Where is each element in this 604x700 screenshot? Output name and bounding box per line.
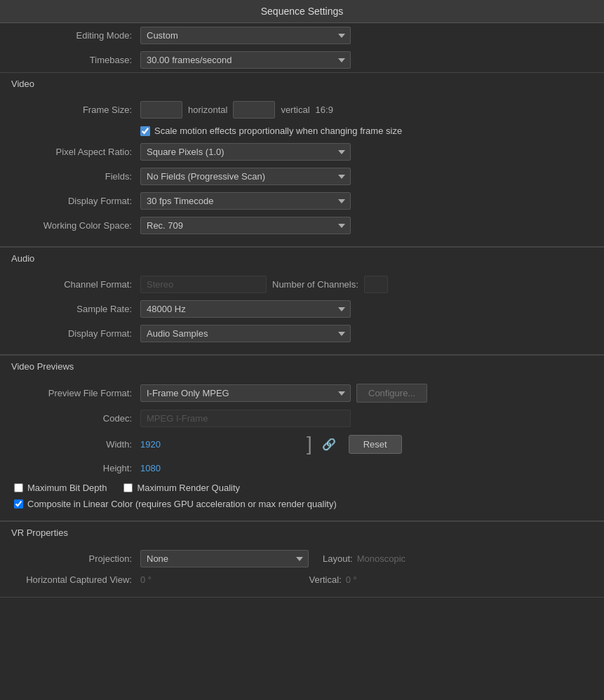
audio-section-body: Channel Format: Stereo Number of Channel… <box>0 267 604 355</box>
preview-height-control: 1080 <box>140 463 590 473</box>
pixel-aspect-ratio-control: Square Pixels (1.0) <box>140 143 590 161</box>
preview-file-format-label: Preview File Format: <box>14 388 140 398</box>
working-color-space-select[interactable]: Rec. 709 <box>140 217 351 234</box>
vertical-label: vertical <box>281 105 309 115</box>
codec-row: Codec: MPEG I-Frame <box>0 406 604 431</box>
preview-file-format-select[interactable]: I-Frame Only MPEG <box>140 384 351 402</box>
preview-height-value: 1080 <box>140 463 161 473</box>
title-text: Sequence Settings <box>261 6 344 17</box>
projection-row: Projection: None Layout: Monoscopic <box>0 546 604 571</box>
frame-height-input[interactable]: 1080 <box>233 101 275 119</box>
max-bit-depth-wrapper: Maximum Bit Depth <box>14 483 107 493</box>
frame-size-row: Frame Size: 1920 horizontal 1080 vertica… <box>0 97 604 122</box>
composite-linear-row: Composite in Linear Color (requires GPU … <box>0 496 604 512</box>
frame-width-input[interactable]: 1920 <box>140 101 182 119</box>
editing-mode-select[interactable]: Custom <box>140 27 351 44</box>
preview-width-label: Width: <box>14 439 140 450</box>
codec-label: Codec: <box>14 413 140 424</box>
audio-display-format-select[interactable]: Audio Samples <box>140 325 351 342</box>
vertical-label: Vertical: <box>309 574 342 585</box>
projection-label: Projection: <box>14 553 140 564</box>
fields-select[interactable]: No Fields (Progressive Scan) <box>140 168 351 185</box>
horizontal-captured-view-value: 0 ° <box>140 574 152 585</box>
link-icon: 🔗 <box>322 438 336 451</box>
preview-width-row: Width: 1920 ] 🔗 Reset <box>0 431 604 457</box>
bracket-icon: ] <box>307 434 312 454</box>
layout-value: Monoscopic <box>357 553 405 564</box>
preview-height-label: Height: <box>14 463 140 473</box>
fields-label: Fields: <box>14 171 140 182</box>
timebase-control: 30.00 frames/second <box>140 51 590 69</box>
scale-checkbox[interactable] <box>140 126 150 136</box>
channel-format-label: Channel Format: <box>14 279 140 290</box>
fields-row: Fields: No Fields (Progressive Scan) <box>0 164 604 189</box>
configure-button[interactable]: Configure... <box>356 384 427 403</box>
timebase-label: Timebase: <box>14 55 140 65</box>
video-display-format-select[interactable]: 30 fps Timecode <box>140 192 351 210</box>
video-display-format-row: Display Format: 30 fps Timecode <box>0 189 604 213</box>
video-display-format-label: Display Format: <box>14 196 140 206</box>
max-bit-depth-checkbox[interactable] <box>14 483 23 492</box>
dialog-title: Sequence Settings <box>0 0 604 23</box>
sample-rate-row: Sample Rate: 48000 Hz <box>0 297 604 321</box>
preview-file-format-row: Preview File Format: I-Frame Only MPEG C… <box>0 380 604 406</box>
max-render-quality-wrapper: Maximum Render Quality <box>123 483 240 493</box>
channel-format-select[interactable]: Stereo <box>140 276 267 293</box>
frame-size-control: 1920 horizontal 1080 vertical 16:9 <box>140 101 590 119</box>
horizontal-captured-view-label: Horizontal Captured View: <box>14 574 140 585</box>
num-channels-select: 2 <box>364 276 388 293</box>
vr-section-body: Projection: None Layout: Monoscopic Hori… <box>0 541 604 598</box>
working-color-space-row: Working Color Space: Rec. 709 <box>0 213 604 238</box>
video-section-body: Frame Size: 1920 horizontal 1080 vertica… <box>0 92 604 247</box>
pixel-aspect-ratio-row: Pixel Aspect Ratio: Square Pixels (1.0) <box>0 140 604 164</box>
vertical-area: Vertical: 0 ° <box>309 574 591 585</box>
working-color-space-control: Rec. 709 <box>140 217 590 234</box>
audio-section-header: Audio <box>0 247 604 267</box>
max-render-quality-checkbox[interactable] <box>123 483 133 492</box>
audio-display-format-label: Display Format: <box>14 328 140 339</box>
projection-left: Projection: None <box>14 550 309 567</box>
scale-checkbox-label: Scale motion effects proportionally when… <box>154 126 402 136</box>
bit-depth-render-row: Maximum Bit Depth Maximum Render Quality <box>0 478 604 496</box>
scale-checkbox-row: Scale motion effects proportionally when… <box>0 122 604 140</box>
max-render-quality-label: Maximum Render Quality <box>137 483 240 493</box>
aspect-ratio-text: 16:9 <box>316 105 333 115</box>
vr-section-header: VR Properties <box>0 521 604 541</box>
sample-rate-select[interactable]: 48000 Hz <box>140 300 351 318</box>
working-color-space-label: Working Color Space: <box>14 220 140 231</box>
sample-rate-control: 48000 Hz <box>140 300 590 318</box>
video-display-format-control: 30 fps Timecode <box>140 192 590 210</box>
layout-label: Layout: <box>323 553 353 564</box>
reset-button[interactable]: Reset <box>349 435 402 454</box>
sample-rate-label: Sample Rate: <box>14 304 140 314</box>
composite-linear-label: Composite in Linear Color (requires GPU … <box>27 499 337 509</box>
editing-mode-label: Editing Mode: <box>14 30 140 41</box>
editing-mode-control: Custom <box>140 27 590 44</box>
video-previews-section-body: Preview File Format: I-Frame Only MPEG C… <box>0 375 604 521</box>
main-content: Editing Mode: Custom Timebase: 30.00 fra… <box>0 23 604 598</box>
timebase-row: Timebase: 30.00 frames/second <box>0 48 604 72</box>
max-bit-depth-label: Maximum Bit Depth <box>27 483 107 493</box>
layout-area: Layout: Monoscopic <box>323 553 590 564</box>
audio-display-format-control: Audio Samples <box>140 325 590 342</box>
horizontal-view-area: Horizontal Captured View: 0 ° <box>14 574 295 585</box>
video-previews-section-header: Video Previews <box>0 355 604 375</box>
editing-mode-row: Editing Mode: Custom <box>0 23 604 48</box>
pixel-aspect-ratio-select[interactable]: Square Pixels (1.0) <box>140 143 351 161</box>
channel-format-control: Stereo Number of Channels: 2 2 <box>140 276 590 293</box>
horizontal-label: horizontal <box>188 105 227 115</box>
pixel-aspect-ratio-label: Pixel Aspect Ratio: <box>14 147 140 157</box>
preview-file-format-control: I-Frame Only MPEG Configure... <box>140 384 590 403</box>
fields-control: No Fields (Progressive Scan) <box>140 168 590 185</box>
preview-width-value: 1920 <box>140 439 161 450</box>
vertical-value: 0 ° <box>346 574 357 585</box>
codec-select: MPEG I-Frame <box>140 410 351 427</box>
video-section-header: Video <box>0 72 604 92</box>
frame-size-label: Frame Size: <box>14 105 140 115</box>
num-channels-label: Number of Channels: <box>272 279 358 290</box>
projection-select[interactable]: None <box>140 550 309 567</box>
composite-linear-checkbox[interactable] <box>14 499 23 509</box>
audio-display-format-row: Display Format: Audio Samples <box>0 321 604 346</box>
timebase-select[interactable]: 30.00 frames/second <box>140 51 351 69</box>
preview-height-row: Height: 1080 <box>0 457 604 478</box>
